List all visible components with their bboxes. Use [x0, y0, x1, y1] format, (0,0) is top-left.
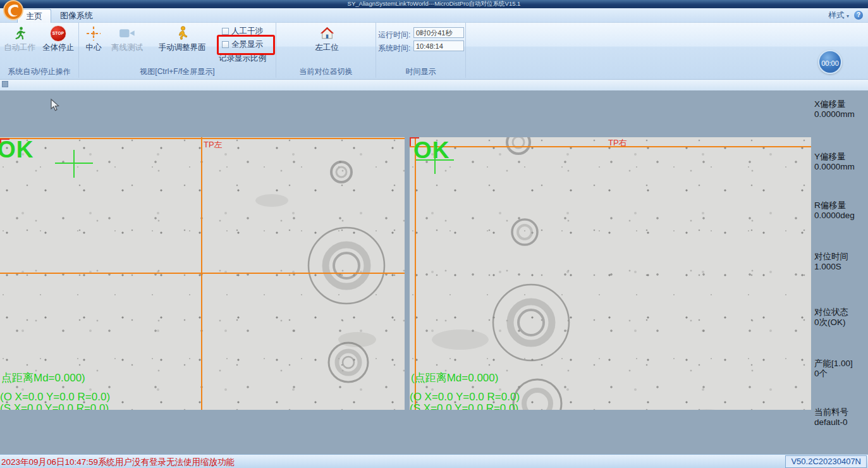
sys-time-field[interactable]: 10:48:14: [413, 40, 464, 51]
checkbox-icon: [222, 28, 229, 35]
app-logo-icon: [1, 0, 27, 25]
readout-value: 0.0000mm: [814, 109, 855, 120]
group-label-auto-stop: 系统自动/停止操作: [0, 66, 78, 77]
distance-readout: (点距离Md=0.000): [411, 371, 498, 385]
offline-test-button[interactable]: 离线测试: [107, 25, 147, 53]
readout-align-time: 对位时间 1.000S: [814, 252, 848, 272]
chevron-down-icon: ▾: [847, 13, 849, 19]
group-label-view: 视图[Ctrl+F/f全屏显示]: [79, 66, 276, 77]
readout-capacity: 产能[1.00] 0个: [814, 359, 853, 379]
title-bar: SY_AliagnSystemLinkToWorld---MicroDistPr…: [0, 0, 868, 8]
person-icon: [152, 25, 212, 42]
style-menu[interactable]: 样式 ▾: [829, 10, 850, 21]
tab-image-system[interactable]: 图像系统: [52, 9, 101, 22]
crosshair-line-horizontal: [0, 273, 405, 274]
readout-y-offset: Y偏移量 0.0000mm: [814, 152, 855, 172]
readout-label: Y偏移量: [814, 152, 855, 162]
group-auto-stop: 自动工作 STOP 全体停止 系统自动/停止操作: [0, 22, 79, 78]
tp-left-label: TP左: [204, 139, 223, 151]
stop-icon: STOP: [39, 25, 77, 42]
group-time-display: 运行时间: 0时0分41秒 系统时间: 10:48:14 时间显示: [376, 22, 466, 78]
ribbon: 自动工作 STOP 全体停止 系统自动/停止操作 中心: [0, 22, 868, 80]
stage-coords-readout: (S X=0.0 Y=0.0 R=0.0): [0, 402, 109, 410]
group-station-switch: 左工位 当前对位器切换: [276, 22, 376, 78]
crosshair-line-vertical: [415, 137, 416, 410]
quick-access-strip: [0, 79, 868, 91]
readout-label: 对位状态: [814, 307, 848, 317]
window-title: SY_AliagnSystemLinkToWorld---MicroDistPr…: [348, 0, 521, 8]
main-area: OK TP左 点距离Md=0.000) (O X=0.0 Y=0.0 R=0.0…: [0, 90, 868, 454]
readout-label: 产能[1.00]: [814, 359, 853, 369]
timer-badge: 00:00: [818, 50, 842, 74]
panorama-display-checkbox[interactable]: 全景显示: [222, 39, 263, 50]
status-ok-overlay: OK: [0, 139, 34, 161]
readout-label: X偏移量: [814, 99, 855, 109]
group-label-time-display: 时间显示: [376, 66, 465, 77]
status-message: 2023年09月06日10:47:59系统用户没有登录无法使用缩放功能: [1, 457, 235, 468]
object-coords-readout: (O X=0.0 Y=0.0 R=0.0): [0, 391, 110, 403]
quick-access-icon: [2, 81, 8, 87]
readout-label: R偏移量: [814, 200, 855, 211]
readout-x-offset: X偏移量 0.0000mm: [814, 99, 855, 120]
mouse-cursor-icon: [51, 99, 61, 113]
crosshair-icon: [80, 25, 107, 42]
version-label: V50.2C20230407N: [785, 455, 867, 468]
readout-value: 1.000S: [814, 262, 848, 272]
alignment-target-rings: [410, 137, 811, 410]
record-display-ratio-button[interactable]: 记录显示比例: [219, 53, 266, 64]
readout-r-offset: R偏移量 0.0000deg: [814, 200, 855, 221]
green-crosshair-icon: [416, 159, 454, 161]
readout-value: default-0: [814, 417, 848, 428]
object-coords-readout: (O X=0.0 Y=0.0 R=0.0): [410, 391, 520, 403]
readout-label: 当前料号: [814, 407, 848, 417]
stage-coords-readout: (S X=0.0 Y=0.0 R=0.0): [410, 402, 518, 410]
help-icon[interactable]: ?: [854, 11, 863, 20]
camera-view-left[interactable]: OK TP左 点距离Md=0.000) (O X=0.0 Y=0.0 R=0.0…: [0, 137, 405, 410]
green-crosshair-icon: [73, 150, 75, 178]
manual-adjust-button[interactable]: 手动调整界面: [152, 25, 212, 53]
stop-all-button[interactable]: STOP 全体停止: [39, 25, 77, 53]
readout-current-part: 当前料号 default-0: [814, 407, 848, 428]
house-icon: [295, 25, 358, 42]
readout-value: 0次(OK): [814, 317, 848, 328]
readout-value: 0个: [814, 369, 853, 379]
crosshair-line-top: [0, 138, 405, 139]
readout-value: 0.0000mm: [814, 162, 855, 172]
readout-label: 对位时间: [814, 252, 848, 262]
manual-intervention-checkbox[interactable]: 人工干涉: [222, 26, 263, 37]
video-camera-icon: [107, 25, 147, 42]
runner-icon: [1, 25, 38, 42]
green-crosshair-icon: [55, 163, 93, 164]
tp-right-label: TP右: [608, 137, 627, 149]
sys-time-label: 系统时间:: [378, 43, 410, 54]
auto-work-button[interactable]: 自动工作: [1, 25, 38, 53]
left-station-button[interactable]: 左工位: [295, 25, 358, 53]
readout-align-status: 对位状态 0次(OK): [814, 307, 848, 328]
checkbox-icon: [222, 41, 229, 48]
status-ok-overlay: OK: [413, 140, 450, 161]
center-button[interactable]: 中心: [80, 25, 107, 53]
status-bar: 2023年09月06日10:47:59系统用户没有登录无法使用缩放功能 V50.…: [0, 454, 868, 468]
ribbon-tab-row: 主页 图像系统 样式 ▾ ?: [0, 8, 868, 23]
run-time-field[interactable]: 0时0分41秒: [413, 27, 464, 38]
run-time-label: 运行时间:: [378, 30, 410, 40]
group-label-station-switch: 当前对位器切换: [276, 66, 376, 77]
distance-readout: 点距离Md=0.000): [1, 371, 85, 385]
readout-value: 0.0000deg: [814, 211, 855, 221]
group-view: 中心 离线测试 手动调整界面 人工干涉: [79, 22, 276, 78]
camera-view-right[interactable]: OK TP右 (点距离Md=0.000) (O X=0.0 Y=0.0 R=0.…: [410, 137, 811, 410]
